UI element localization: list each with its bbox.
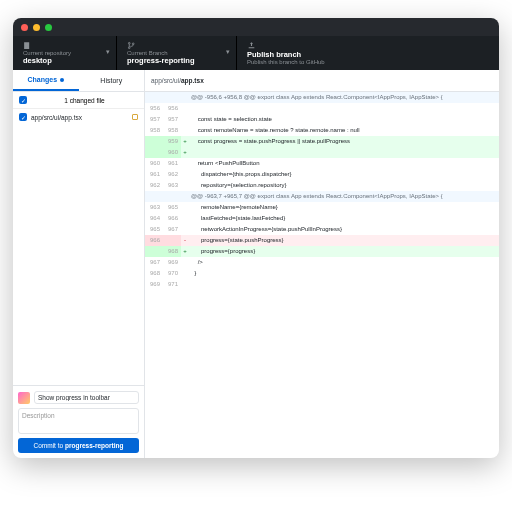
close-icon[interactable] xyxy=(21,24,28,31)
chevron-down-icon: ▾ xyxy=(106,48,110,56)
diff-path-file: app.tsx xyxy=(181,77,204,84)
main: Changes History ✓ 1 changed file ✓ app/s… xyxy=(13,70,499,458)
diff-line[interactable]: 959+ const progress = state.pushProgress… xyxy=(145,136,499,147)
diff-line[interactable]: 967969 /> xyxy=(145,257,499,268)
publish-button[interactable]: Publish branch Publish this branch to Gi… xyxy=(237,36,499,70)
tabs: Changes History xyxy=(13,70,144,92)
changes-summary[interactable]: ✓ 1 changed file xyxy=(13,92,144,109)
diff-line[interactable]: 957957 const state = selection.state xyxy=(145,114,499,125)
diff-line[interactable]: 964966 lastFetched={state.lastFetched} xyxy=(145,213,499,224)
commit-summary-input[interactable] xyxy=(34,391,139,404)
diff-line[interactable]: 960961 return <PushPullButton xyxy=(145,158,499,169)
diff-header: app/src/ui/app.tsx xyxy=(145,70,499,92)
diff-line[interactable]: 963965 remoteName={remoteName} xyxy=(145,202,499,213)
select-all-checkbox[interactable]: ✓ xyxy=(19,96,27,104)
tab-history[interactable]: History xyxy=(79,70,145,91)
minimize-icon[interactable] xyxy=(33,24,40,31)
publish-sub: Publish this branch to GitHub xyxy=(247,59,489,65)
svg-point-2 xyxy=(132,43,134,45)
diff-panel: app/src/ui/app.tsx @@ -956,6 +956,8 @@ e… xyxy=(145,70,499,458)
branch-selector[interactable]: Current Branch progress-reporting ▾ xyxy=(117,36,237,70)
diff-line[interactable]: 965967 networkActionInProgress={state.pu… xyxy=(145,224,499,235)
repo-name: desktop xyxy=(23,56,106,65)
diff-path-dir: app/src/ui/ xyxy=(151,77,181,84)
diff-line[interactable]: 956956 xyxy=(145,103,499,114)
toolbar: Current repository desktop ▾ Current Bra… xyxy=(13,36,499,70)
hunk-header: @@ -956,6 +956,8 @@ export class App ext… xyxy=(145,92,499,103)
diff-line[interactable]: 968+ progress={progress} xyxy=(145,246,499,257)
svg-point-1 xyxy=(128,47,130,49)
commit-form: Description Commit to progress-reporting xyxy=(13,385,144,458)
repo-selector[interactable]: Current repository desktop ▾ xyxy=(13,36,117,70)
titlebar xyxy=(13,18,499,36)
file-path: app/src/ui/app.tsx xyxy=(31,114,82,121)
commit-button[interactable]: Commit to progress-reporting xyxy=(18,438,139,453)
svg-point-0 xyxy=(128,42,130,44)
changes-indicator-icon xyxy=(60,78,64,82)
app-window: Current repository desktop ▾ Current Bra… xyxy=(13,18,499,458)
sidebar: Changes History ✓ 1 changed file ✓ app/s… xyxy=(13,70,145,458)
diff-line[interactable]: @@ -963,7 +965,7 @@ export class App ext… xyxy=(145,191,499,202)
commit-description-input[interactable]: Description xyxy=(18,408,139,434)
diff-line[interactable]: 958958 const remoteName = state.remote ?… xyxy=(145,125,499,136)
repo-icon xyxy=(23,41,32,50)
diff-line[interactable]: 966- progress={state.pushProgress} xyxy=(145,235,499,246)
publish-label: Publish branch xyxy=(247,50,489,59)
file-checkbox[interactable]: ✓ xyxy=(19,113,27,121)
diff-body[interactable]: @@ -956,6 +956,8 @@ export class App ext… xyxy=(145,92,499,458)
tab-changes[interactable]: Changes xyxy=(13,70,79,91)
diff-line[interactable]: 962963 repository={selection.repository} xyxy=(145,180,499,191)
diff-line[interactable]: 968970 } xyxy=(145,268,499,279)
upload-icon xyxy=(247,41,256,50)
changed-count: 1 changed file xyxy=(31,97,138,104)
diff-line[interactable]: 969971 xyxy=(145,279,499,290)
branch-icon xyxy=(127,41,136,50)
chevron-down-icon: ▾ xyxy=(226,48,230,56)
modified-icon xyxy=(132,114,138,120)
diff-line[interactable]: 961962 dispatcher={this.props.dispatcher… xyxy=(145,169,499,180)
diff-line[interactable]: 960+ xyxy=(145,147,499,158)
zoom-icon[interactable] xyxy=(45,24,52,31)
file-row[interactable]: ✓ app/src/ui/app.tsx xyxy=(13,109,144,125)
avatar xyxy=(18,392,30,404)
branch-name: progress-reporting xyxy=(127,56,226,65)
